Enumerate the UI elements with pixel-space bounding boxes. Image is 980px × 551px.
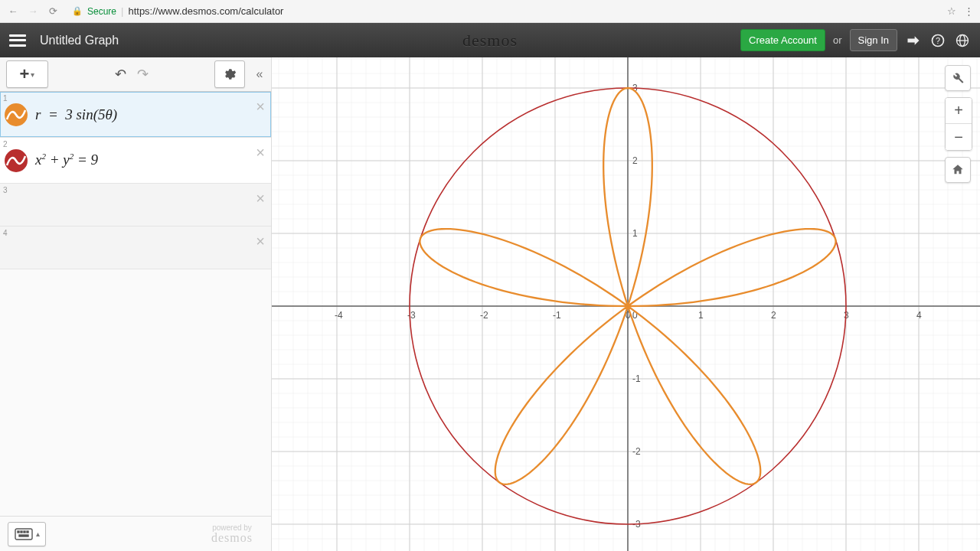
or-text: or [833,34,842,46]
svg-text:1: 1 [698,310,704,321]
address-bar[interactable]: 🔒 Secure | https://www.desmos.com/calcul… [66,5,941,17]
svg-rect-7 [24,531,25,533]
url-text: https://www.desmos.com/calculator [128,5,283,17]
collapse-panel-icon[interactable]: « [248,60,271,88]
brand-logo: desmos [462,31,518,51]
globe-icon[interactable] [954,32,971,49]
kebab-icon[interactable]: ⋮ [964,5,974,17]
graph-title[interactable]: Untitled Graph [40,34,119,47]
graph-canvas[interactable]: -4-3-2-101234-3-2-11230 + − [272,57,980,551]
expression-row[interactable]: 2x2 + y2 = 9× [0,138,271,184]
svg-text:1: 1 [632,228,638,239]
share-icon[interactable] [905,32,922,49]
svg-rect-6 [21,531,22,533]
secure-label: Secure [87,6,116,17]
svg-text:-2: -2 [480,310,488,321]
svg-rect-5 [18,531,19,533]
undo-icon[interactable]: ↶ [115,66,126,83]
graph-controls: + − [945,65,972,183]
row-index: 1 [3,94,8,103]
svg-text:-4: -4 [335,310,343,321]
help-icon[interactable]: ? [929,32,946,49]
sign-in-button[interactable]: Sign In [850,29,897,51]
expression-text[interactable]: x2 + y2 = 9 [35,152,98,168]
svg-text:4: 4 [916,310,922,321]
expression-toolbar: +▾ ↶ ↷ « [0,57,271,92]
redo-icon: ↷ [137,66,149,83]
svg-text:2: 2 [632,155,638,166]
row-index: 2 [3,140,8,148]
row-index: 4 [3,229,8,237]
svg-text:2: 2 [771,310,776,321]
expression-row[interactable]: 4× [0,227,271,269]
home-button[interactable] [945,157,971,183]
svg-text:-2: -2 [632,446,641,457]
wrench-icon[interactable] [945,65,971,91]
zoom-in-button[interactable]: + [946,98,972,124]
graph-svg: -4-3-2-101234-3-2-11230 [272,57,980,551]
expression-row[interactable]: 1r = 3 sin(5θ)× [0,92,271,138]
forward-icon[interactable]: → [26,5,40,18]
lock-icon: 🔒 [72,6,83,16]
row-index: 3 [3,186,8,194]
star-icon[interactable]: ☆ [947,5,956,17]
curve-color-icon[interactable] [5,149,28,172]
svg-rect-9 [19,535,28,536]
svg-rect-8 [27,531,28,533]
zoom-out-button[interactable]: − [946,124,972,150]
delete-expression-icon[interactable]: × [256,144,265,161]
delete-expression-icon[interactable]: × [256,98,265,116]
svg-text:-1: -1 [553,310,561,321]
svg-text:-3: -3 [407,310,416,321]
settings-button[interactable] [214,60,245,88]
delete-expression-icon[interactable]: × [256,190,265,207]
svg-text:-1: -1 [632,373,641,384]
keypad-button[interactable]: ▴ [8,522,46,546]
expression-row[interactable]: 3× [0,184,271,227]
delete-expression-icon[interactable]: × [256,233,265,250]
powered-by: powered by desmos [211,524,253,544]
expression-panel: +▾ ↶ ↷ « 1r = 3 sin(5θ)×2x2 + y2 = 9×3×4… [0,57,272,551]
browser-chrome: ← → ⟳ 🔒 Secure | https://www.desmos.com/… [0,0,980,23]
svg-rect-4 [15,529,32,540]
back-icon[interactable]: ← [6,5,20,18]
expression-list: 1r = 3 sin(5θ)×2x2 + y2 = 9×3×4× [0,92,271,516]
app-header: Untitled Graph desmos Create Account or … [0,23,980,57]
expression-text[interactable]: r = 3 sin(5θ) [35,106,117,123]
curve-color-icon[interactable] [5,103,28,126]
sidebar-footer: ▴ powered by desmos [0,516,271,551]
create-account-button[interactable]: Create Account [740,29,825,51]
svg-text:?: ? [936,36,940,45]
menu-icon[interactable] [9,34,26,47]
add-expression-button[interactable]: +▾ [6,60,48,88]
reload-icon[interactable]: ⟳ [46,5,60,18]
